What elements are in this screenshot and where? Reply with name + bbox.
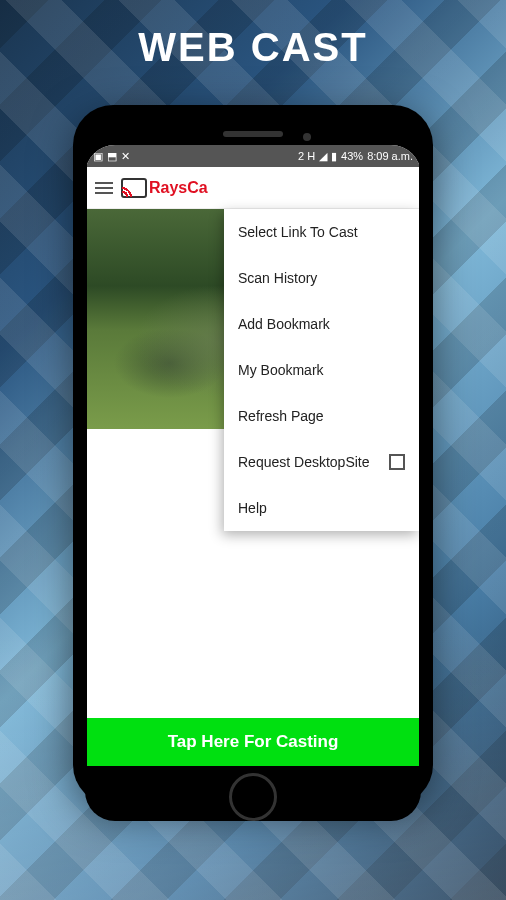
menu-item-scan-history[interactable]: Scan History (224, 255, 419, 301)
phone-inner: ▣ ⬒ ✕ 2 H ◢ ▮ 43% 8:09 a.m. R (85, 145, 421, 821)
menu-item-label: Help (238, 500, 267, 516)
cast-button[interactable]: Tap Here For Casting (87, 718, 419, 766)
app-logo: RaysCa (121, 178, 208, 198)
clock-time: 8:09 a.m. (367, 150, 413, 162)
menu-item-my-bookmark[interactable]: My Bookmark (224, 347, 419, 393)
menu-item-help[interactable]: Help (224, 485, 419, 531)
page-title: WEB CAST (0, 25, 506, 70)
menu-item-label: Add Bookmark (238, 316, 330, 332)
menu-icon[interactable] (95, 182, 113, 194)
status-icon: ⬒ (107, 150, 117, 163)
status-bar: ▣ ⬒ ✕ 2 H ◢ ▮ 43% 8:09 a.m. (87, 145, 419, 167)
phone-speaker (223, 131, 283, 137)
menu-item-label: Refresh Page (238, 408, 324, 424)
app-header: RaysCa (87, 167, 419, 209)
content-area: Select Link To Cast Scan History Add Boo… (87, 209, 419, 718)
battery-percent: 43% (341, 150, 363, 162)
cast-logo-icon (121, 178, 147, 198)
menu-item-label: Select Link To Cast (238, 224, 358, 240)
battery-icon: ▮ (331, 150, 337, 163)
app-logo-text: RaysCa (149, 179, 208, 197)
menu-item-label: My Bookmark (238, 362, 324, 378)
home-button[interactable] (229, 773, 277, 821)
menu-item-label: Request DesktopSite (238, 454, 370, 470)
phone-camera (303, 133, 311, 141)
menu-item-label: Scan History (238, 270, 317, 286)
network-indicator: 2 H (298, 150, 315, 162)
menu-item-request-desktop[interactable]: Request DesktopSite (224, 439, 419, 485)
phone-frame: ▣ ⬒ ✕ 2 H ◢ ▮ 43% 8:09 a.m. R (73, 105, 433, 805)
status-icon: ✕ (121, 150, 130, 163)
desktop-site-checkbox[interactable] (389, 454, 405, 470)
menu-item-select-link[interactable]: Select Link To Cast (224, 209, 419, 255)
signal-icon: ◢ (319, 150, 327, 163)
status-icon: ▣ (93, 150, 103, 163)
menu-item-refresh-page[interactable]: Refresh Page (224, 393, 419, 439)
phone-screen: ▣ ⬒ ✕ 2 H ◢ ▮ 43% 8:09 a.m. R (87, 145, 419, 766)
menu-item-add-bookmark[interactable]: Add Bookmark (224, 301, 419, 347)
dropdown-menu: Select Link To Cast Scan History Add Boo… (224, 209, 419, 531)
